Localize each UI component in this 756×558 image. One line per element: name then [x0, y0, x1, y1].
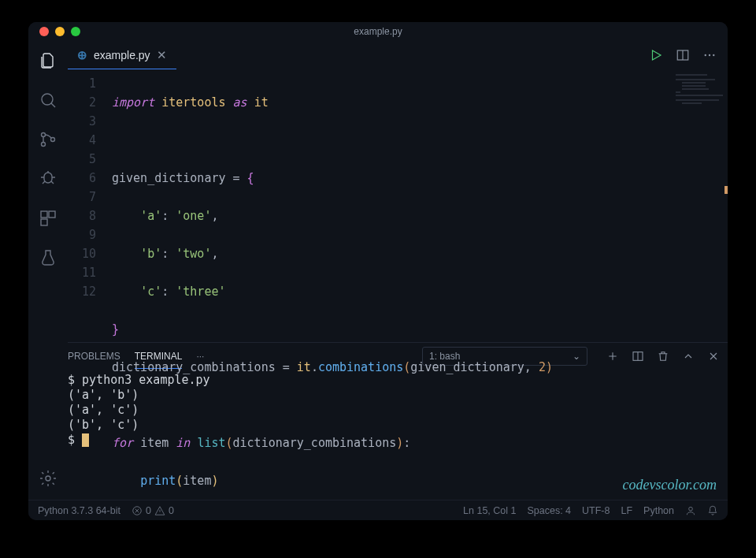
test-icon[interactable] [38, 247, 58, 268]
svg-rect-5 [49, 211, 55, 218]
editor-actions [649, 41, 728, 69]
svg-point-9 [705, 54, 706, 56]
debug-icon[interactable] [38, 169, 58, 189]
minimap[interactable] [671, 69, 728, 342]
svg-point-1 [42, 133, 46, 137]
svg-point-14 [689, 507, 693, 511]
svg-point-0 [42, 94, 53, 105]
title-bar: example.py [28, 22, 728, 41]
svg-rect-6 [41, 219, 47, 225]
maximize-panel-icon[interactable] [682, 350, 695, 363]
tab-filename: example.py [94, 49, 150, 61]
explorer-icon[interactable] [38, 50, 58, 71]
svg-rect-4 [41, 211, 47, 218]
more-actions-icon[interactable] [702, 48, 717, 62]
search-icon[interactable] [38, 90, 58, 110]
source-control-icon[interactable] [38, 129, 58, 150]
main-row: ⊕ example.py ✕ [28, 41, 728, 500]
status-feedback-icon[interactable] [685, 505, 696, 516]
close-panel-icon[interactable] [707, 350, 720, 363]
minimap-marker [724, 186, 728, 194]
watermark: codevscolor.com [623, 477, 717, 493]
status-notifications-icon[interactable] [707, 505, 718, 516]
vscode-window: example.py [28, 22, 728, 520]
python-file-icon: ⊕ [77, 48, 87, 62]
terminal-cursor [82, 433, 89, 447]
split-editor-icon[interactable] [676, 48, 690, 62]
svg-point-11 [713, 54, 714, 56]
run-icon[interactable] [649, 48, 663, 62]
window-title: example.py [28, 26, 728, 37]
settings-gear-icon[interactable] [38, 468, 58, 489]
svg-point-10 [709, 54, 710, 56]
activity-bar [28, 41, 68, 500]
editor-area[interactable]: 123456789101112 import itertools as it g… [68, 69, 728, 342]
status-python-interpreter[interactable]: Python 3.7.3 64-bit [38, 505, 120, 516]
svg-point-3 [51, 138, 55, 142]
tab-bar: ⊕ example.py ✕ [68, 41, 728, 69]
close-tab-icon[interactable]: ✕ [157, 48, 167, 62]
line-gutter: 123456789101112 [68, 74, 112, 342]
extensions-icon[interactable] [38, 208, 58, 229]
editor-tab[interactable]: ⊕ example.py ✕ [68, 41, 176, 69]
editor-group: ⊕ example.py ✕ [68, 41, 728, 500]
svg-point-2 [42, 143, 46, 147]
svg-point-7 [46, 476, 50, 481]
code-editor[interactable]: 123456789101112 import itertools as it g… [68, 69, 671, 342]
code-content[interactable]: import itertools as it given_dictionary … [112, 74, 671, 342]
